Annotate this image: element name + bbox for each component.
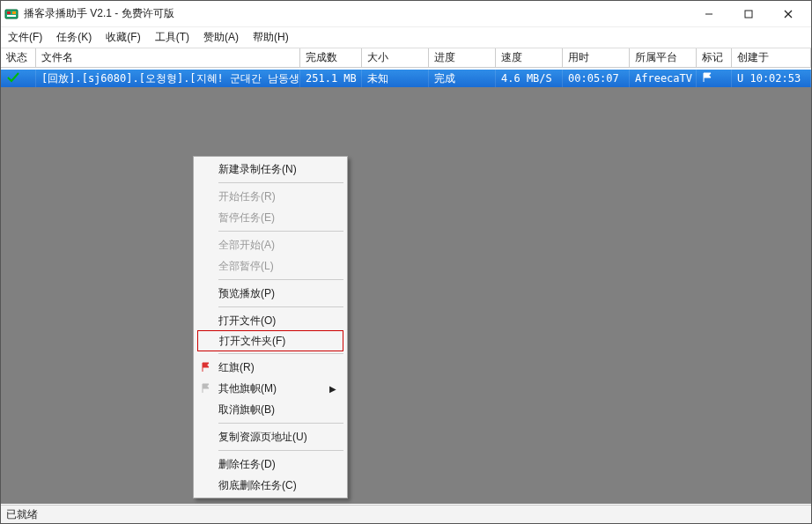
menu-tools[interactable]: 工具(T) — [155, 30, 189, 45]
ctx-pause-task: 暂停任务(E) — [196, 207, 345, 228]
col-platform[interactable]: 所属平台 — [630, 48, 697, 67]
table-row[interactable]: [回放].[sj6080].[오청형].[지혜! 군대간 남동생때문에 ... … — [1, 70, 811, 87]
svg-rect-3 — [7, 15, 16, 17]
svg-rect-5 — [745, 11, 752, 18]
col-completed[interactable]: 完成数 — [300, 48, 362, 67]
gray-flag-icon — [199, 383, 213, 394]
separator — [218, 423, 343, 424]
row-status-icon — [1, 70, 36, 87]
svg-rect-2 — [12, 11, 16, 14]
menu-sponsor[interactable]: 赞助(A) — [203, 30, 239, 45]
row-filename: [回放].[sj6080].[오청형].[지혜! 군대간 남동생때문에 ... — [36, 70, 300, 87]
row-progress: 完成 — [429, 70, 496, 87]
app-icon — [4, 7, 18, 21]
close-button[interactable] — [768, 2, 808, 26]
ctx-start-task: 开始任务(R) — [196, 186, 345, 207]
row-size: 未知 — [362, 70, 429, 87]
col-progress[interactable]: 进度 — [429, 48, 496, 67]
menu-favorites[interactable]: 收藏(F) — [106, 30, 140, 45]
col-size[interactable]: 大小 — [362, 48, 429, 67]
col-filename[interactable]: 文件名 — [36, 48, 300, 67]
col-status[interactable]: 状态 — [1, 48, 36, 67]
maximize-button[interactable] — [728, 2, 768, 26]
title-bar: 播客录播助手 V2.1 - 免费许可版 — [1, 1, 811, 27]
ctx-label: 红旗(R) — [218, 360, 255, 375]
submenu-arrow-icon: ▶ — [329, 384, 336, 394]
col-time[interactable]: 用时 — [563, 48, 630, 67]
column-headers: 状态 文件名 完成数 大小 进度 速度 用时 所属平台 标记 创建于 — [1, 48, 811, 68]
ctx-red-flag[interactable]: 红旗(R) — [196, 357, 345, 378]
row-created: U 10:02:53 — [732, 70, 811, 87]
status-text: 已就绪 — [6, 507, 38, 522]
separator — [218, 279, 343, 280]
ctx-start-all: 全部开始(A) — [196, 234, 345, 255]
check-icon — [6, 71, 20, 86]
separator — [218, 182, 343, 183]
menu-task[interactable]: 任务(K) — [56, 30, 92, 45]
menu-file[interactable]: 文件(F) — [8, 30, 42, 45]
ctx-open-folder[interactable]: 打开文件夹(F) — [197, 330, 343, 351]
col-created[interactable]: 创建于 — [732, 48, 811, 67]
window-title: 播客录播助手 V2.1 - 免费许可版 — [24, 6, 689, 21]
separator — [218, 353, 343, 354]
red-flag-icon — [199, 362, 213, 373]
ctx-cancel-flag[interactable]: 取消旗帜(B) — [196, 399, 345, 420]
col-flag[interactable]: 标记 — [697, 48, 732, 67]
separator — [218, 450, 343, 451]
row-flag — [697, 70, 732, 87]
ctx-preview[interactable]: 预览播放(P) — [196, 283, 345, 304]
ctx-new-task[interactable]: 新建录制任务(N) — [196, 159, 345, 180]
ctx-delete-task[interactable]: 删除任务(D) — [196, 454, 345, 475]
row-platform: AfreecaTV — [630, 70, 697, 87]
ctx-copy-url[interactable]: 复制资源页地址(U) — [196, 426, 345, 447]
menu-help[interactable]: 帮助(H) — [253, 30, 289, 45]
ctx-label: 其他旗帜(M) — [218, 381, 277, 396]
row-time: 00:05:07 — [563, 70, 630, 87]
menu-bar: 文件(F) 任务(K) 收藏(F) 工具(T) 赞助(A) 帮助(H) — [1, 27, 811, 48]
status-bar: 已就绪 — [1, 505, 811, 523]
row-speed: 4.6 MB/S — [496, 70, 563, 87]
context-menu: 新建录制任务(N) 开始任务(R) 暂停任务(E) 全部开始(A) 全部暂停(L… — [193, 156, 348, 498]
row-completed: 251.1 MB — [300, 70, 362, 87]
window-controls — [689, 2, 808, 26]
ctx-pause-all: 全部暂停(L) — [196, 255, 345, 277]
ctx-open-file[interactable]: 打开文件(O) — [196, 310, 345, 331]
svg-rect-1 — [7, 11, 11, 14]
flag-icon — [702, 72, 714, 85]
ctx-delete-task-full[interactable]: 彻底删除任务(C) — [196, 475, 345, 496]
minimize-button[interactable] — [689, 2, 728, 26]
task-list-area[interactable]: [回放].[sj6080].[오청형].[지혜! 군대간 남동생때문에 ... … — [1, 70, 811, 504]
ctx-other-flags[interactable]: 其他旗帜(M) ▶ — [196, 378, 345, 399]
separator — [218, 231, 343, 232]
separator — [218, 306, 343, 307]
col-speed[interactable]: 速度 — [496, 48, 563, 67]
